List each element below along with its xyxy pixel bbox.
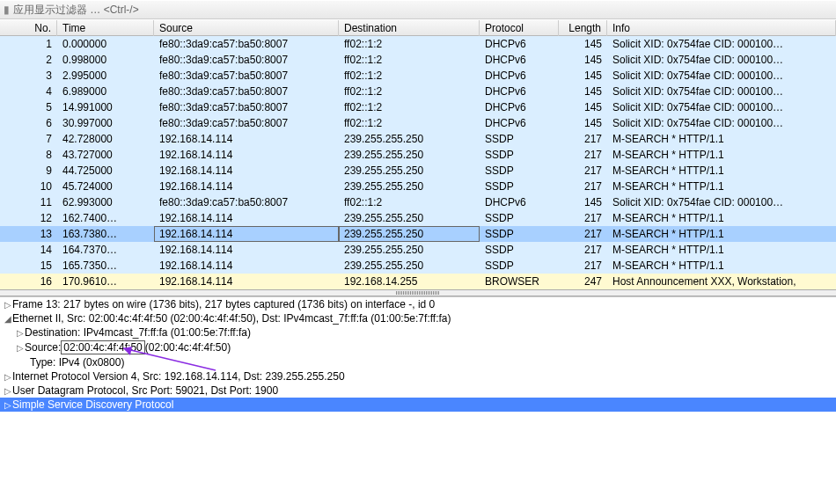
- cell-source: fe80::3da9:ca57:ba50:8007: [154, 116, 339, 130]
- pane-splitter[interactable]: [0, 289, 836, 296]
- cell-info: M-SEARCH * HTTP/1.1: [607, 179, 836, 194]
- table-row[interactable]: 1045.724000192.168.14.114239.255.255.250…: [0, 179, 836, 194]
- expand-icon[interactable]: ▷: [16, 343, 25, 353]
- table-row[interactable]: 10.000000fe80::3da9:ca57:ba50:8007ff02::…: [0, 36, 836, 52]
- tree-ssdp[interactable]: ▷Simple Service Discovery Protocol: [0, 398, 836, 412]
- cell-destination: 192.168.14.255: [339, 274, 480, 289]
- cell-no: 6: [0, 116, 57, 130]
- packet-rows: 10.000000fe80::3da9:ca57:ba50:8007ff02::…: [0, 36, 836, 289]
- col-protocol[interactable]: Protocol: [480, 20, 559, 36]
- cell-info: Solicit XID: 0x754fae CID: 000100…: [607, 84, 836, 99]
- cell-info: M-SEARCH * HTTP/1.1: [607, 164, 836, 178]
- col-destination[interactable]: Destination: [339, 20, 480, 36]
- packet-list-pane[interactable]: No. Time Source Destination Protocol Len…: [0, 19, 836, 289]
- cell-destination: 239.255.255.250: [339, 226, 480, 242]
- cell-time: 162.7400…: [57, 211, 154, 225]
- cell-no: 2: [0, 53, 57, 67]
- cell-time: 42.728000: [57, 132, 154, 146]
- table-row[interactable]: 630.997000fe80::3da9:ca57:ba50:8007ff02:…: [0, 115, 836, 131]
- table-row[interactable]: 32.995000fe80::3da9:ca57:ba50:8007ff02::…: [0, 68, 836, 84]
- tree-udp[interactable]: ▷User Datagram Protocol, Src Port: 59021…: [0, 383, 836, 398]
- cell-destination: ff02::1:2: [339, 195, 480, 209]
- packet-details-pane[interactable]: ▷Frame 13: 217 bytes on wire (1736 bits)…: [0, 296, 836, 504]
- expand-icon[interactable]: ▷: [16, 328, 25, 338]
- tree-frame[interactable]: ▷Frame 13: 217 bytes on wire (1736 bits)…: [0, 297, 836, 311]
- cell-info: M-SEARCH * HTTP/1.1: [607, 243, 836, 257]
- table-row[interactable]: 20.998000fe80::3da9:ca57:ba50:8007ff02::…: [0, 52, 836, 68]
- table-row[interactable]: 514.991000fe80::3da9:ca57:ba50:8007ff02:…: [0, 99, 836, 115]
- cell-destination: ff02::1:2: [339, 53, 480, 67]
- cell-length: 145: [559, 116, 607, 130]
- cell-destination: 239.255.255.250: [339, 148, 480, 162]
- cell-no: 12: [0, 211, 57, 225]
- cell-protocol: SSDP: [480, 132, 559, 146]
- cell-length: 145: [559, 195, 607, 209]
- cell-source: 192.168.14.114: [154, 179, 339, 194]
- cell-time: 164.7370…: [57, 243, 154, 257]
- cell-no: 3: [0, 69, 57, 83]
- cell-length: 217: [559, 164, 607, 178]
- tree-eth-type[interactable]: Type: IPv4 (0x0800): [0, 355, 836, 369]
- cell-length: 217: [559, 132, 607, 146]
- table-row[interactable]: 12162.7400…192.168.14.114239.255.255.250…: [0, 210, 836, 226]
- cell-source: 192.168.14.114: [154, 226, 339, 242]
- cell-protocol: DHCPv6: [480, 37, 559, 51]
- cell-length: 217: [559, 259, 607, 273]
- expand-icon[interactable]: ▷: [4, 386, 12, 396]
- expand-icon[interactable]: ▷: [4, 400, 12, 410]
- expand-icon[interactable]: ▷: [4, 372, 12, 382]
- table-row[interactable]: 16170.9610…192.168.14.114192.168.14.255B…: [0, 274, 836, 289]
- cell-protocol: SSDP: [480, 179, 559, 194]
- table-row[interactable]: 944.725000192.168.14.114239.255.255.250S…: [0, 163, 836, 179]
- table-row[interactable]: 46.989000fe80::3da9:ca57:ba50:8007ff02::…: [0, 84, 836, 99]
- cell-source: 192.168.14.114: [154, 148, 339, 162]
- table-row[interactable]: 13163.7380…192.168.14.114239.255.255.250…: [0, 226, 836, 242]
- display-filter-bar[interactable]: ▮ 应用显示过滤器 … <Ctrl-/>: [0, 0, 836, 19]
- tree-eth-src[interactable]: ▷Source: 02:00:4c:4f:4f:50 (02:00:4c:4f:…: [0, 340, 836, 355]
- tree-ethernet[interactable]: ◢Ethernet II, Src: 02:00:4c:4f:4f:50 (02…: [0, 311, 836, 325]
- col-time[interactable]: Time: [57, 20, 154, 36]
- table-row[interactable]: 843.727000192.168.14.114239.255.255.250S…: [0, 147, 836, 163]
- col-no[interactable]: No.: [0, 20, 57, 36]
- cell-destination: ff02::1:2: [339, 37, 480, 51]
- cell-info: M-SEARCH * HTTP/1.1: [607, 211, 836, 225]
- cell-no: 10: [0, 179, 57, 194]
- cell-destination: 239.255.255.250: [339, 132, 480, 146]
- cell-source: 192.168.14.114: [154, 132, 339, 146]
- tree-ip[interactable]: ▷Internet Protocol Version 4, Src: 192.1…: [0, 369, 836, 383]
- grip-icon: [396, 291, 440, 295]
- col-length[interactable]: Length: [559, 20, 607, 36]
- cell-length: 145: [559, 53, 607, 67]
- cell-source: 192.168.14.114: [154, 243, 339, 257]
- cell-no: 5: [0, 100, 57, 114]
- expand-icon[interactable]: ▷: [4, 300, 12, 310]
- cell-time: 165.7350…: [57, 259, 154, 273]
- table-row[interactable]: 15165.7350…192.168.14.114239.255.255.250…: [0, 258, 836, 274]
- cell-destination: 239.255.255.250: [339, 164, 480, 178]
- cell-source: 192.168.14.114: [154, 259, 339, 273]
- table-row[interactable]: 14164.7370…192.168.14.114239.255.255.250…: [0, 242, 836, 258]
- cell-info: Host Announcement XXX, Workstation,: [607, 274, 836, 289]
- cell-info: Solicit XID: 0x754fae CID: 000100…: [607, 37, 836, 51]
- cell-source: fe80::3da9:ca57:ba50:8007: [154, 84, 339, 99]
- table-row[interactable]: 742.728000192.168.14.114239.255.255.250S…: [0, 131, 836, 147]
- cell-time: 6.989000: [57, 84, 154, 99]
- cell-protocol: DHCPv6: [480, 195, 559, 209]
- cell-time: 44.725000: [57, 164, 154, 178]
- tree-eth-dst[interactable]: ▷Destination: IPv4mcast_7f:ff:fa (01:00:…: [0, 325, 836, 340]
- column-headers[interactable]: No. Time Source Destination Protocol Len…: [0, 19, 836, 36]
- table-row[interactable]: 1162.993000fe80::3da9:ca57:ba50:8007ff02…: [0, 194, 836, 210]
- mac-highlight: 02:00:4c:4f:4f:50: [61, 340, 144, 354]
- collapse-icon[interactable]: ◢: [4, 314, 12, 324]
- cell-source: 192.168.14.114: [154, 164, 339, 178]
- cell-destination: ff02::1:2: [339, 69, 480, 83]
- cell-length: 217: [559, 211, 607, 225]
- cell-info: M-SEARCH * HTTP/1.1: [607, 148, 836, 162]
- cell-no: 1: [0, 37, 57, 51]
- cell-protocol: SSDP: [480, 211, 559, 225]
- col-source[interactable]: Source: [154, 20, 339, 36]
- cell-time: 14.991000: [57, 100, 154, 114]
- cell-protocol: DHCPv6: [480, 53, 559, 67]
- col-info[interactable]: Info: [607, 20, 836, 36]
- cell-length: 145: [559, 37, 607, 51]
